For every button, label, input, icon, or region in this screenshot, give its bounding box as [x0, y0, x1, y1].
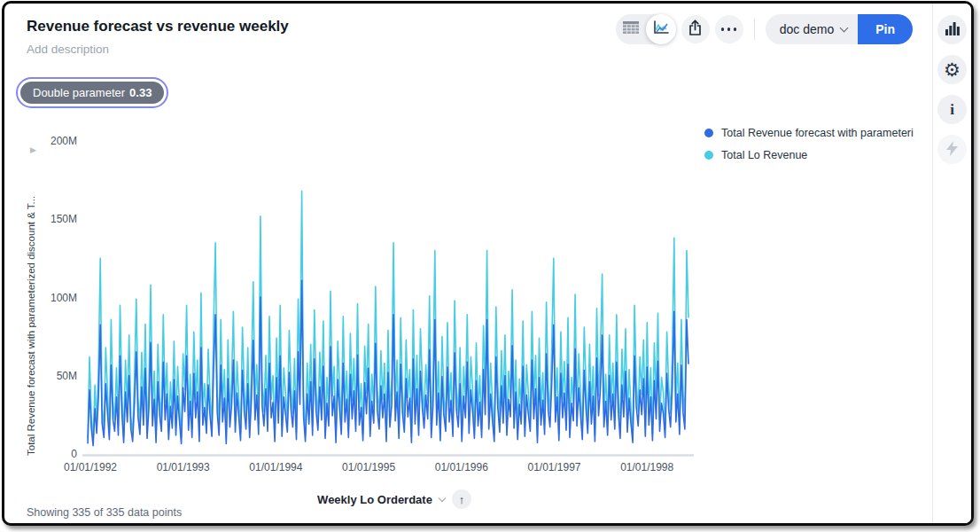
view-toggle — [616, 14, 676, 44]
doc-switcher-label: doc demo — [780, 22, 834, 36]
legend-item[interactable]: Total Revenue forecast with parameteri — [704, 127, 914, 139]
settings-button[interactable]: ⚙ — [937, 55, 967, 84]
x-tick-label: 01/01/1996 — [426, 461, 497, 473]
chevron-down-icon — [840, 24, 849, 33]
y-tick-label: 0 — [31, 448, 77, 460]
chart-view-button[interactable] — [646, 14, 676, 44]
x-axis-field-label[interactable]: Weekly Lo Orderdate — [317, 493, 432, 506]
doc-switcher-dropdown[interactable]: doc demo — [766, 14, 858, 44]
share-button[interactable] — [681, 15, 710, 43]
table-view-button[interactable] — [616, 14, 646, 44]
x-tick-label: 01/01/1995 — [333, 461, 404, 473]
pin-button[interactable]: Pin — [858, 14, 913, 44]
parameter-pill: Double parameter 0.33 — [20, 82, 164, 104]
gear-icon: ⚙ — [944, 60, 961, 79]
table-icon — [623, 21, 639, 38]
info-button[interactable]: i — [937, 95, 967, 124]
more-menu-button[interactable] — [715, 15, 743, 43]
status-text: Showing 335 of 335 data points — [27, 506, 182, 519]
legend-label: Total Revenue forecast with parameteri — [721, 127, 914, 139]
chart-plot[interactable] — [82, 138, 694, 459]
x-tick-label: 01/01/1993 — [148, 461, 219, 473]
right-sidebar: ⚙ i — [932, 4, 971, 523]
lightning-bolt-icon — [946, 141, 958, 159]
line-chart-icon — [652, 20, 670, 39]
toolbar-divider — [754, 19, 755, 40]
legend-dot — [704, 129, 713, 137]
description-placeholder[interactable]: Add description — [27, 43, 109, 56]
parameter-label: Double parameter — [33, 86, 125, 99]
parameter-control[interactable]: Double parameter 0.33 — [16, 77, 168, 108]
y-tick-label: 150M — [31, 213, 77, 225]
chart-legend: Total Revenue forecast with parameteri T… — [704, 127, 914, 171]
parameter-value: 0.33 — [129, 86, 152, 99]
legend-label: Total Lo Revenue — [721, 149, 807, 161]
info-icon: i — [950, 101, 954, 119]
ellipsis-icon — [721, 27, 737, 31]
actions-button[interactable] — [937, 135, 967, 164]
y-tick-label: 200M — [31, 135, 77, 147]
y-tick-label: 50M — [31, 370, 77, 382]
page-title: Revenue forecast vs revenue weekly — [27, 18, 289, 35]
share-icon — [688, 20, 703, 39]
y-tick-label: 100M — [31, 292, 77, 304]
toolbar: doc demo Pin — [616, 14, 913, 44]
chevron-down-icon[interactable] — [439, 494, 446, 501]
app-window: Revenue forecast vs revenue weekly Add d… — [2, 1, 974, 526]
bar-chart-icon — [945, 22, 960, 38]
arrow-up-icon: ↑ — [459, 493, 465, 506]
legend-dot — [704, 151, 713, 160]
x-tick-label: 01/01/1992 — [55, 461, 126, 473]
x-tick-label: 01/01/1997 — [519, 461, 590, 473]
x-tick-label: 01/01/1994 — [240, 461, 311, 473]
y-axis-title: Total Revenue forecast with parameterize… — [26, 153, 40, 456]
legend-item[interactable]: Total Lo Revenue — [704, 149, 914, 161]
sort-ascending-button[interactable]: ↑ — [452, 489, 471, 509]
x-axis-control: Weekly Lo Orderdate ↑ — [270, 489, 518, 509]
element-type-button[interactable] — [937, 15, 967, 44]
x-tick-label: 01/01/1998 — [611, 461, 682, 473]
